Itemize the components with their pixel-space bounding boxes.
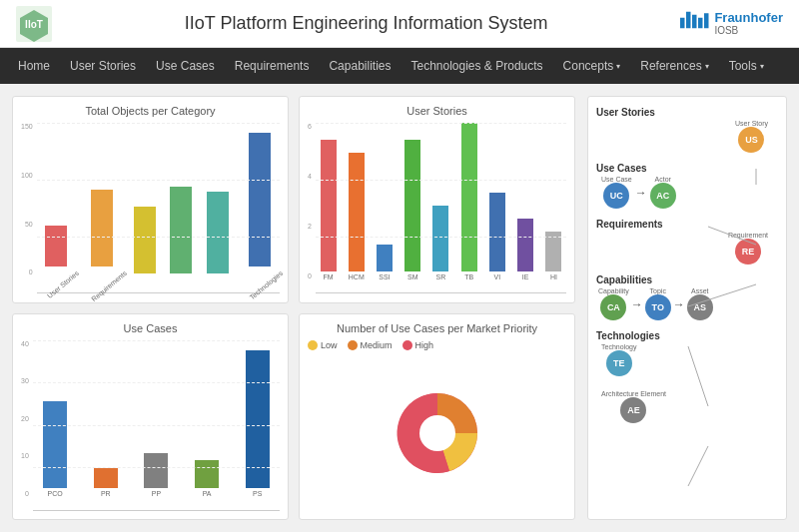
onto-label-technologies: Technologies — [596, 330, 778, 341]
onto-arrow-to-as: → — [673, 297, 685, 311]
nav-concepts[interactable]: Concepts▾ — [553, 48, 631, 84]
nav-tools[interactable]: Tools▾ — [719, 48, 774, 84]
chart1-y2: 100 — [21, 172, 33, 179]
page-title: IIoT Platform Engineering Information Sy… — [52, 13, 680, 34]
fraunhofer-brand: Fraunhofer — [714, 11, 783, 25]
legend-medium-label: Medium — [361, 340, 393, 350]
chart4-legend: Low Medium High — [308, 340, 566, 350]
chart-pie: Number of Use Cases per Market Priority … — [299, 313, 575, 521]
onto-label-user-stories: User Stories — [596, 107, 778, 118]
onto-node-uc: UC — [603, 183, 629, 209]
logo-left: IIoT — [16, 6, 52, 42]
tools-dropdown-icon: ▾ — [760, 62, 764, 71]
svg-rect-4 — [680, 18, 685, 29]
bar-hi: HI — [541, 123, 566, 280]
chart4-title: Number of Use Cases per Market Priority — [308, 322, 566, 334]
onto-label-use-cases: Use Cases — [596, 163, 778, 174]
nav-user-stories[interactable]: User Stories — [60, 48, 146, 84]
onto-node-as: AS — [687, 294, 713, 320]
chart-total-objects: Total Objects per Category 150 100 50 0 — [12, 96, 289, 303]
onto-node-ae: AE — [620, 397, 646, 423]
bar-sm: SM — [400, 123, 425, 280]
bar-vi: VI — [484, 123, 509, 280]
nav-home[interactable]: Home — [8, 48, 60, 84]
svg-line-15 — [688, 446, 708, 486]
charts-area: Total Objects per Category 150 100 50 0 — [12, 96, 575, 520]
bar-col5 — [202, 123, 234, 276]
bar-ps: PS — [235, 340, 280, 498]
onto-arrow-ca-to: → — [631, 297, 643, 311]
onto-row-requirements: Requirements Requirement RE — [596, 219, 778, 265]
onto-row-technologies: Technologies Technology TE — [596, 330, 778, 376]
chart3-title: Use Cases — [21, 322, 280, 334]
onto-node-ac: AC — [650, 183, 676, 209]
bar-fm: FM — [316, 123, 341, 280]
bar-user-stories: User Stories — [37, 123, 76, 276]
bar-requirements: Requirements — [80, 123, 124, 276]
onto-arrow-uc-ac: → — [635, 186, 647, 200]
fraunhofer-sub: IOSB — [714, 25, 783, 36]
bar-sr: SR — [428, 123, 453, 280]
onto-node-re: RE — [735, 239, 761, 265]
chart1-title: Total Objects per Category — [21, 105, 280, 117]
onto-row-capabilities: Capabilities Capability CA → Topic TO → … — [596, 274, 778, 320]
svg-rect-7 — [698, 18, 703, 29]
chart1-y3: 150 — [21, 123, 33, 130]
chart2-title: User Stories — [308, 105, 566, 117]
nav-requirements[interactable]: Requirements — [225, 48, 320, 84]
svg-text:IIoT: IIoT — [25, 19, 43, 30]
onto-label-requirements: Requirements — [596, 219, 778, 230]
nav-use-cases[interactable]: Use Cases — [146, 48, 225, 84]
nav-technologies-products[interactable]: Technologies & Products — [400, 48, 552, 84]
onto-node-ca: CA — [600, 294, 626, 320]
svg-point-10 — [419, 415, 455, 451]
onto-row-user-stories: User Stories User Story US — [596, 107, 778, 153]
legend-low: Low — [308, 340, 338, 350]
references-dropdown-icon: ▾ — [705, 62, 709, 71]
legend-high-dot — [402, 340, 412, 350]
svg-rect-8 — [704, 14, 709, 29]
concepts-dropdown-icon: ▾ — [616, 62, 620, 71]
ontology-panel: User Stories User Story US Use Cases Use… — [587, 96, 787, 520]
navbar: Home User Stories Use Cases Requirements… — [0, 48, 799, 84]
nav-references[interactable]: References▾ — [630, 48, 718, 84]
onto-node-te: TE — [606, 350, 632, 376]
legend-low-dot — [308, 340, 318, 350]
bar-tb: TB — [456, 123, 481, 280]
bar-hcm: HCM — [344, 123, 369, 280]
legend-high: High — [402, 340, 434, 350]
svg-rect-6 — [692, 15, 697, 29]
bar-technologies: Technologies — [239, 123, 280, 276]
charts-row-1: Total Objects per Category 150 100 50 0 — [12, 96, 575, 303]
onto-node-to: TO — [645, 294, 671, 320]
bar-pp: PP — [134, 340, 179, 498]
chart-use-cases: Use Cases 40 30 20 10 0 — [12, 313, 289, 521]
bar-pr: PR — [83, 340, 128, 498]
bar-pa: PA — [185, 340, 230, 498]
nav-capabilities[interactable]: Capabilities — [319, 48, 400, 84]
bar-ie: IE — [513, 123, 538, 280]
bar-pco: PCO — [33, 340, 78, 498]
onto-row-use-cases: Use Cases Use Case UC → Actor AC — [596, 163, 778, 209]
bar-col4 — [166, 123, 198, 276]
legend-medium-dot — [348, 340, 358, 350]
legend-low-label: Low — [321, 340, 338, 350]
chart1-y1: 50 — [21, 221, 33, 228]
bar-ssi: SSI — [372, 123, 397, 280]
pie-chart-svg — [383, 378, 492, 488]
legend-medium: Medium — [348, 340, 393, 350]
main-content: Total Objects per Category 150 100 50 0 — [0, 84, 799, 532]
onto-row-architecture: Architecture Element AE — [596, 386, 778, 423]
legend-high-label: High — [415, 340, 434, 350]
bar-col3 — [129, 123, 161, 276]
onto-node-us: US — [738, 127, 764, 153]
chart-user-stories: User Stories 6 4 2 0 — [299, 96, 575, 303]
svg-rect-5 — [686, 12, 691, 29]
fraunhofer-logo: Fraunhofer IOSB — [680, 11, 783, 36]
chart1-y0: 0 — [21, 268, 33, 275]
charts-row-2: Use Cases 40 30 20 10 0 — [12, 313, 575, 521]
header: IIoT IIoT Platform Engineering Informati… — [0, 0, 799, 48]
onto-label-capabilities: Capabilities — [596, 274, 778, 285]
